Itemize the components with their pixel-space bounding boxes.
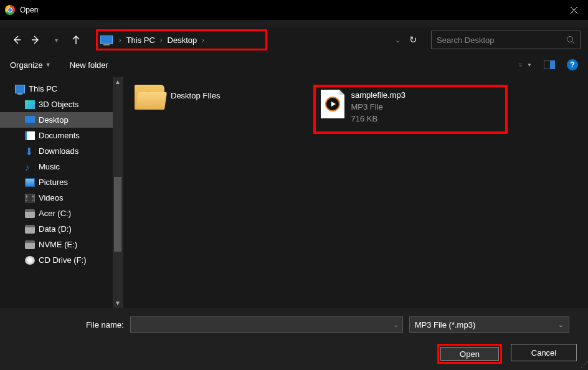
- chevron-down-icon[interactable]: ⌄: [395, 36, 401, 44]
- filetype-label: MP3 File (*.mp3): [415, 320, 476, 330]
- drive-icon: [25, 209, 35, 218]
- file-type: MP3 File: [351, 102, 405, 113]
- window-title: Open: [20, 6, 38, 14]
- file-item-folder[interactable]: Desktop FIles: [135, 85, 220, 110]
- sidebar-item-label: CD Drive (F:): [39, 255, 87, 265]
- chevron-down-icon: ⌄: [558, 321, 564, 329]
- filename-input[interactable]: ⌄: [130, 316, 403, 333]
- preview-pane-icon: [544, 60, 555, 69]
- sidebar-item-drive-d[interactable]: Data (D:): [0, 221, 123, 237]
- filename-label: File name:: [86, 320, 124, 330]
- desktop-icon: [25, 116, 35, 125]
- scroll-down-icon[interactable]: ▼: [115, 300, 121, 306]
- nav-forward-button[interactable]: [27, 31, 45, 49]
- arrow-right-icon: [31, 35, 41, 45]
- sidebar-item-label: Documents: [39, 131, 80, 140]
- view-options-button[interactable]: ▼: [519, 59, 532, 70]
- open-button-highlight: Open: [437, 344, 502, 364]
- computer-icon: [15, 85, 25, 93]
- cancel-button[interactable]: Cancel: [511, 344, 577, 361]
- search-icon: [566, 36, 575, 44]
- file-pane[interactable]: Desktop FIles samplefile.mp3 MP3 File 71…: [123, 77, 588, 308]
- refresh-button[interactable]: ↻: [405, 34, 421, 45]
- arrow-up-icon: [72, 35, 80, 45]
- sidebar-item-label: NVME (E:): [39, 240, 77, 249]
- svg-point-0: [567, 37, 573, 42]
- open-button[interactable]: Open: [440, 347, 499, 361]
- picture-icon: [25, 178, 35, 187]
- sidebar-item-3d-objects[interactable]: 3D Objects: [0, 97, 123, 112]
- file-name: samplefile.mp3: [351, 90, 405, 102]
- sidebar-item-label: Data (D:): [39, 224, 72, 234]
- svg-rect-8: [550, 60, 555, 69]
- sidebar-item-desktop[interactable]: Desktop: [0, 112, 123, 128]
- resize-grip[interactable]: ⋰: [581, 360, 587, 369]
- new-folder-button[interactable]: New folder: [70, 60, 108, 70]
- file-item-mp3[interactable]: samplefile.mp3 MP3 File 716 KB: [313, 85, 507, 134]
- toolbar: Organize ▼ New folder ▼ ?: [0, 52, 588, 77]
- sidebar-item-label: Videos: [39, 193, 64, 202]
- chevron-down-icon[interactable]: ⌄: [393, 321, 399, 329]
- nav-recent-dropdown[interactable]: ▾: [47, 31, 65, 49]
- breadcrumb-desktop[interactable]: Desktop: [165, 36, 200, 45]
- preview-pane-button[interactable]: [543, 59, 556, 70]
- breadcrumb[interactable]: › This PC › Desktop ›: [96, 29, 267, 50]
- close-icon: [571, 7, 577, 14]
- svg-rect-3: [519, 65, 520, 65]
- help-button[interactable]: ?: [567, 59, 578, 70]
- organize-menu[interactable]: Organize ▼: [10, 60, 51, 70]
- sidebar-item-label: 3D Objects: [39, 100, 78, 109]
- scroll-up-icon[interactable]: ▲: [115, 78, 121, 85]
- sidebar-item-label: Downloads: [39, 146, 78, 156]
- sidebar-item-cd-drive[interactable]: CD Drive (F:): [0, 252, 123, 268]
- sidebar-item-thispc[interactable]: This PC: [0, 81, 123, 97]
- sidebar-item-pictures[interactable]: Pictures: [0, 174, 123, 190]
- sidebar-item-label: Pictures: [39, 178, 68, 187]
- main-area: This PC 3D Objects Desktop Documents ⬇ D…: [0, 77, 588, 308]
- chevron-right-icon: ›: [158, 36, 165, 44]
- sidebar-item-label: This PC: [29, 84, 57, 93]
- sidebar-item-downloads[interactable]: ⬇ Downloads: [0, 143, 123, 159]
- sidebar-item-label: Desktop: [39, 115, 69, 125]
- mp3-file-icon: [321, 90, 344, 118]
- sidebar-item-label: Acer (C:): [39, 209, 71, 218]
- window-close-button[interactable]: [559, 0, 588, 20]
- music-icon: ♪: [25, 163, 35, 171]
- nav-row: ▾ › This PC › Desktop › ⌄ ↻ Search Deskt…: [0, 27, 588, 52]
- chevron-down-icon: ▼: [527, 62, 532, 68]
- file-label: Desktop FIles: [171, 85, 220, 100]
- monitor-icon: [100, 36, 113, 44]
- breadcrumb-pc[interactable]: This PC: [124, 36, 158, 45]
- chevron-right-icon: ›: [116, 36, 124, 44]
- sidebar-item-drive-e[interactable]: NVME (E:): [0, 237, 123, 252]
- bottom-panel: File name: ⌄ MP3 File (*.mp3) ⌄ Open Can…: [0, 308, 588, 370]
- scrollbar-thumb[interactable]: [114, 177, 121, 252]
- sidebar-item-music[interactable]: ♪ Music: [0, 159, 123, 174]
- filetype-select[interactable]: MP3 File (*.mp3) ⌄: [409, 316, 569, 333]
- nav-up-button[interactable]: [67, 31, 85, 49]
- video-icon: [25, 194, 35, 202]
- search-input[interactable]: Search Desktop: [431, 31, 581, 49]
- cube-icon: [25, 100, 35, 109]
- sidebar-item-label: Music: [39, 162, 60, 171]
- file-size: 716 KB: [351, 113, 405, 125]
- chevron-down-icon: ▼: [45, 62, 51, 68]
- sidebar: This PC 3D Objects Desktop Documents ⬇ D…: [0, 77, 123, 308]
- arrow-left-icon: [11, 35, 21, 45]
- svg-rect-5: [519, 65, 520, 66]
- sidebar-item-drive-c[interactable]: Acer (C:): [0, 206, 123, 221]
- chrome-icon: [5, 5, 15, 15]
- folder-icon: [135, 85, 164, 110]
- play-icon: [325, 97, 340, 111]
- nav-back-button[interactable]: [7, 31, 25, 49]
- titlebar: Open: [0, 0, 588, 20]
- sidebar-item-documents[interactable]: Documents: [0, 128, 123, 143]
- drive-icon: [25, 225, 35, 234]
- sidebar-scrollbar[interactable]: ▲ ▼: [113, 77, 123, 308]
- svg-rect-1: [519, 64, 520, 64]
- search-placeholder: Search Desktop: [437, 36, 495, 45]
- cd-icon: [25, 256, 35, 265]
- organize-label: Organize: [10, 60, 43, 70]
- address-bar-extra[interactable]: ⌄ ↻: [273, 31, 424, 49]
- sidebar-item-videos[interactable]: Videos: [0, 190, 123, 206]
